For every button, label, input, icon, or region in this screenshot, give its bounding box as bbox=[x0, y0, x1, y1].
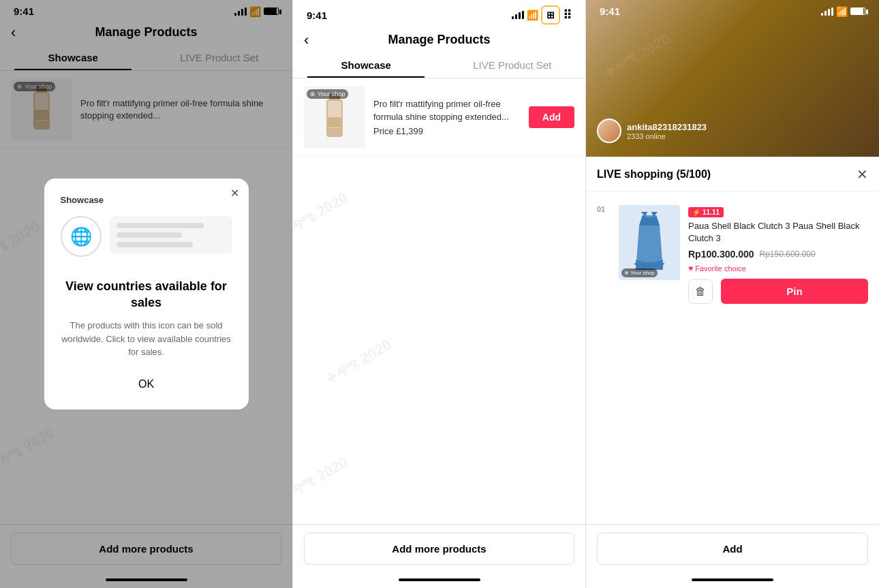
modal-description: The products with this icon can be sold … bbox=[61, 319, 232, 359]
modal-heading: View countries available for sales bbox=[61, 279, 232, 311]
photo-grid-icon[interactable]: ⊞ bbox=[541, 5, 560, 25]
live-battery-icon bbox=[850, 7, 865, 15]
tab-showcase-2[interactable]: Showcase bbox=[293, 52, 440, 78]
live-product-details: ⚡ 11.11 Paua Shell Black Clutch 3 Paua S… bbox=[688, 205, 868, 304]
live-product-list: 01 bbox=[586, 191, 879, 524]
live-signal-icon bbox=[821, 7, 833, 16]
live-product-item-1: 01 bbox=[597, 200, 868, 309]
nav-bar-2: ‹ Manage Products bbox=[293, 27, 585, 52]
modal-ok-button[interactable]: OK bbox=[61, 375, 232, 393]
modal-header-1: Showcase ✕ bbox=[61, 195, 232, 205]
status-icons-2: 📶 ⊞ ⠿ bbox=[512, 5, 572, 25]
live-price-original: Rp150.600.000 bbox=[760, 249, 816, 259]
live-bottom-bar: Add bbox=[586, 524, 879, 573]
back-button-2[interactable]: ‹ bbox=[304, 31, 309, 49]
live-status-bar: 9:41 📶 bbox=[586, 0, 879, 20]
live-panel-header: LIVE shopping (5/100) ✕ bbox=[586, 157, 879, 191]
modal-illustration bbox=[110, 216, 232, 254]
user-details: ankita82318231823 2333 online bbox=[627, 122, 707, 140]
svg-rect-7 bbox=[328, 117, 341, 127]
nav-title-2: Manage Products bbox=[388, 33, 490, 47]
live-your-shop-badge: ⊕ Your shop bbox=[621, 268, 658, 277]
modal-small-title: Showcase bbox=[61, 195, 104, 205]
live-price-current: Rp100.300.000 bbox=[688, 249, 754, 260]
live-product-image bbox=[626, 212, 673, 273]
live-panel-close-button[interactable]: ✕ bbox=[857, 166, 868, 183]
live-time: 9:41 bbox=[600, 5, 620, 17]
avatar bbox=[597, 119, 621, 143]
modal-close-button[interactable]: ✕ bbox=[230, 187, 239, 200]
username-label: ankita82318231823 bbox=[627, 122, 707, 132]
content-area-2: ⊕ Your shop Pro filt'r mattifying primer… bbox=[293, 78, 585, 524]
tabs-2: Showcase LIVE Product Set bbox=[293, 52, 585, 78]
status-time-2: 9:41 bbox=[307, 10, 327, 21]
live-home-indicator bbox=[692, 578, 773, 581]
live-thumb-wrap: ⊕ Your shop bbox=[619, 205, 680, 280]
your-shop-badge-2: ⊕ Your shop bbox=[307, 89, 348, 99]
flash-icon: ⚡ bbox=[692, 208, 700, 216]
panel-2-showcase: ቅዳሜ 2020 ቅዳሜ 2020 ቅዳሜ 2020 9:41 📶 ⊞ ⠿ ‹ … bbox=[293, 0, 586, 588]
shop-icon-2: ⊕ bbox=[310, 91, 315, 97]
flash-sale-badge: ⚡ 11.11 bbox=[688, 207, 724, 217]
online-count-label: 2333 online bbox=[627, 132, 707, 140]
live-price-row: Rp100.300.000 Rp150.600.000 bbox=[688, 249, 868, 260]
live-status-icons: 📶 bbox=[821, 6, 865, 17]
product-info-2: Pro filt'r mattifying primer oil-free fo… bbox=[373, 98, 521, 136]
tab-live-product-set-2[interactable]: LIVE Product Set bbox=[440, 52, 586, 78]
grid-icon-2[interactable]: ⠿ bbox=[563, 7, 572, 22]
heart-icon: ♥ bbox=[688, 264, 693, 273]
product-name-2: Pro filt'r mattifying primer oil-free fo… bbox=[373, 98, 521, 123]
wifi-icon-2: 📶 bbox=[527, 10, 538, 20]
product-price-2: Price £1,399 bbox=[373, 126, 521, 136]
favorite-badge: ♥ Favorite choice bbox=[688, 264, 868, 273]
pin-product-button[interactable]: Pin bbox=[721, 279, 868, 304]
bottom-bar-2: Add more products bbox=[293, 524, 585, 573]
trash-icon: 🗑 bbox=[695, 285, 706, 298]
live-shopping-panel: LIVE shopping (5/100) ✕ 01 bbox=[586, 157, 879, 588]
modal-1: Showcase ✕ 🌐 View countries available fo… bbox=[44, 179, 249, 409]
signal-icon-2 bbox=[512, 11, 524, 19]
user-info-row: ankita82318231823 2333 online bbox=[597, 119, 707, 143]
product-thumb-2: ⊕ Your shop bbox=[304, 87, 365, 148]
live-hero: ቅዳሜ 2020 9:41 📶 ankita82318231823 2333 o bbox=[586, 0, 879, 157]
live-action-row: 🗑 Pin bbox=[688, 279, 868, 304]
live-add-button[interactable]: Add bbox=[597, 533, 868, 565]
delete-product-button[interactable]: 🗑 bbox=[688, 279, 713, 304]
product-item-2: ⊕ Your shop Pro filt'r mattifying primer… bbox=[293, 78, 585, 157]
live-wifi-icon: 📶 bbox=[836, 6, 848, 17]
panel-1-manage-products: ቅዳሜ 2020 ቅዳሜ 2020 ቅዳሜ 2020 9:41 📶 ‹ Mana… bbox=[0, 0, 293, 588]
live-panel-title: LIVE shopping (5/100) bbox=[597, 168, 711, 181]
panel-3-live-shopping: ቅዳሜ 2020 9:41 📶 ankita82318231823 2333 o bbox=[586, 0, 879, 588]
globe-icon: 🌐 bbox=[70, 226, 92, 247]
add-product-button-2[interactable]: Add bbox=[529, 106, 574, 128]
status-bar-2: 9:41 📶 ⊞ ⠿ bbox=[293, 0, 585, 27]
add-more-button-2[interactable]: Add more products bbox=[304, 533, 574, 565]
modal-overlay-1: Showcase ✕ 🌐 View countries available fo… bbox=[0, 0, 292, 588]
live-product-name: Paua Shell Black Clutch 3 Paua Shell Bla… bbox=[688, 220, 868, 245]
modal-body-row: 🌐 bbox=[61, 216, 232, 268]
live-product-num: 01 bbox=[597, 205, 611, 213]
home-indicator-2 bbox=[399, 578, 480, 581]
globe-icon-container: 🌐 bbox=[61, 216, 102, 257]
